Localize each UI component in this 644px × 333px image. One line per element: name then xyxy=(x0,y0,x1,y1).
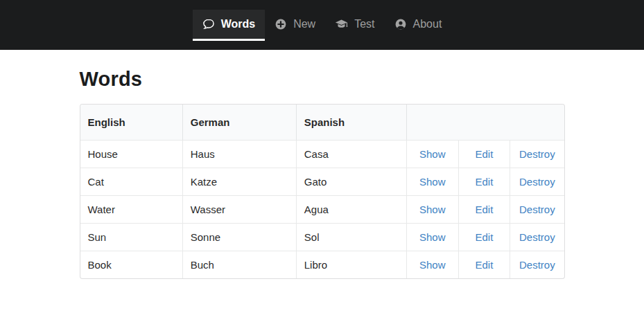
show-link[interactable]: Show xyxy=(419,204,446,215)
navbar: Words New Test xyxy=(0,0,644,50)
edit-link[interactable]: Edit xyxy=(476,148,494,160)
destroy-link[interactable]: Destroy xyxy=(519,176,555,188)
page-title: Words xyxy=(80,68,565,91)
show-link[interactable]: Show xyxy=(419,259,446,271)
nav-item-label: About xyxy=(413,18,442,30)
table-row: Water Wasser Agua Show Edit Destroy xyxy=(80,195,564,223)
cell-english: House xyxy=(80,140,182,168)
col-header-spanish: Spanish xyxy=(296,105,406,140)
nav-item-label: Test xyxy=(354,18,374,30)
table-row: House Haus Casa Show Edit Destroy xyxy=(80,140,564,168)
cell-german: Katze xyxy=(182,168,296,195)
main-content: Words English German Spanish House Haus … xyxy=(80,50,565,279)
destroy-link[interactable]: Destroy xyxy=(519,148,555,160)
cell-german: Sonne xyxy=(182,223,296,251)
user-circle-icon xyxy=(394,18,407,30)
col-header-actions xyxy=(406,105,564,140)
cell-spanish: Casa xyxy=(296,140,406,168)
cell-english: Water xyxy=(80,195,182,223)
graduation-cap-icon xyxy=(335,17,348,30)
cell-german: Wasser xyxy=(182,195,296,223)
nav-item-about[interactable]: About xyxy=(385,10,452,41)
plus-circle-icon xyxy=(275,18,287,30)
cell-german: Buch xyxy=(182,251,296,278)
nav-item-test[interactable]: Test xyxy=(325,10,384,41)
cell-english: Book xyxy=(80,251,182,278)
cell-german: Haus xyxy=(182,140,296,168)
cell-spanish: Libro xyxy=(296,251,406,278)
nav-item-words[interactable]: Words xyxy=(193,10,265,41)
destroy-link[interactable]: Destroy xyxy=(519,259,555,271)
edit-link[interactable]: Edit xyxy=(476,204,494,215)
cell-spanish: Agua xyxy=(296,195,406,223)
edit-link[interactable]: Edit xyxy=(476,176,494,188)
cell-english: Cat xyxy=(80,168,182,195)
cell-english: Sun xyxy=(80,223,182,251)
table-row: Sun Sonne Sol Show Edit Destroy xyxy=(80,223,564,251)
col-header-german: German xyxy=(182,105,296,140)
show-link[interactable]: Show xyxy=(419,148,446,160)
nav-item-label: New xyxy=(293,18,315,30)
nav-item-label: Words xyxy=(221,18,255,30)
cell-spanish: Sol xyxy=(296,223,406,251)
table-header: English German Spanish xyxy=(80,105,564,140)
edit-link[interactable]: Edit xyxy=(476,259,494,271)
show-link[interactable]: Show xyxy=(419,231,446,243)
show-link[interactable]: Show xyxy=(419,176,446,188)
table-row: Book Buch Libro Show Edit Destroy xyxy=(80,251,564,278)
nav-item-new[interactable]: New xyxy=(265,10,325,41)
destroy-link[interactable]: Destroy xyxy=(519,204,555,215)
edit-link[interactable]: Edit xyxy=(476,231,494,243)
cell-spanish: Gato xyxy=(296,168,406,195)
destroy-link[interactable]: Destroy xyxy=(519,231,555,243)
comment-icon xyxy=(202,18,215,30)
words-table: English German Spanish House Haus Casa S… xyxy=(80,104,565,279)
col-header-english: English xyxy=(80,105,182,140)
table-row: Cat Katze Gato Show Edit Destroy xyxy=(80,168,564,195)
